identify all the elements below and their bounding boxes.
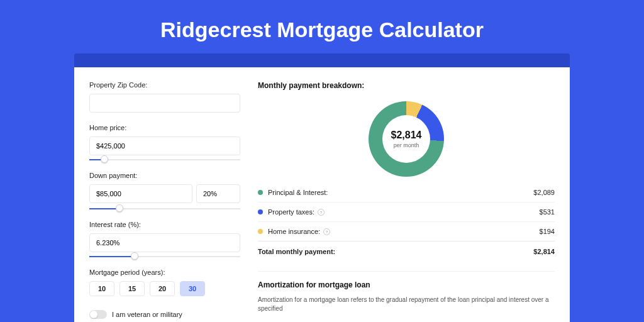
page-title: Ridgecrest Mortgage Calculator: [0, 0, 644, 53]
veteran-label: I am veteran or military: [112, 311, 182, 318]
breakdown-panel: Monthly payment breakdown: $2,814 per mo…: [258, 81, 555, 322]
total-row: Total monthly payment: $2,814: [258, 241, 555, 261]
breakdown-label: Home insurance:: [268, 228, 320, 235]
donut-chart: $2,814 per month: [369, 101, 444, 177]
price-group: Home price:: [89, 124, 240, 163]
price-input[interactable]: [89, 136, 240, 155]
period-group: Mortgage period (years): 10152030: [89, 269, 240, 296]
legend-dot: [258, 190, 263, 195]
breakdown-label: Property taxes:: [268, 208, 314, 216]
zip-label: Property Zip Code:: [89, 81, 240, 89]
breakdown-label: Principal & Interest:: [268, 189, 328, 196]
price-slider[interactable]: [89, 157, 240, 163]
period-button-15[interactable]: 15: [119, 281, 145, 296]
breakdown-row: Home insurance:?$194: [258, 221, 555, 241]
breakdown-row: Principal & Interest:$2,089: [258, 183, 555, 202]
amortization-section: Amortization for mortgage loan Amortizat…: [258, 271, 555, 313]
svg-text:?: ?: [326, 230, 328, 233]
zip-input[interactable]: [89, 94, 240, 113]
price-label: Home price:: [89, 124, 240, 131]
amortization-text: Amortization for a mortgage loan refers …: [258, 296, 555, 313]
amortization-title: Amortization for mortgage loan: [258, 280, 555, 289]
down-payment-pct-input[interactable]: [196, 184, 240, 203]
total-label: Total monthly payment:: [258, 248, 335, 255]
input-form: Property Zip Code: Home price: Down paym…: [89, 81, 240, 322]
svg-text:?: ?: [320, 210, 322, 214]
veteran-toggle[interactable]: [89, 310, 107, 319]
veteran-toggle-row: I am veteran or military: [89, 310, 240, 319]
donut-chart-wrap: $2,814 per month: [258, 96, 555, 183]
breakdown-value: $194: [540, 228, 555, 235]
calculator-panel: Property Zip Code: Home price: Down paym…: [74, 67, 570, 322]
period-button-10[interactable]: 10: [89, 281, 114, 296]
donut-sub: per month: [394, 142, 419, 148]
down-payment-slider[interactable]: [89, 206, 240, 212]
rate-label: Interest rate (%):: [89, 221, 240, 228]
breakdown-title: Monthly payment breakdown:: [258, 81, 555, 90]
info-icon[interactable]: ?: [323, 228, 330, 235]
donut-amount: $2,814: [391, 130, 422, 141]
period-button-30[interactable]: 30: [180, 281, 205, 296]
info-icon[interactable]: ?: [318, 209, 325, 216]
legend-dot: [258, 229, 263, 234]
period-label: Mortgage period (years):: [89, 269, 240, 276]
zip-group: Property Zip Code:: [89, 81, 240, 115]
breakdown-value: $2,089: [533, 189, 555, 196]
breakdown-value: $531: [540, 208, 555, 216]
down-payment-label: Down payment:: [89, 172, 240, 179]
rate-group: Interest rate (%):: [89, 221, 240, 260]
period-button-20[interactable]: 20: [150, 281, 175, 296]
rate-input[interactable]: [89, 233, 240, 252]
rate-slider[interactable]: [89, 253, 240, 260]
breakdown-row: Property taxes:?$531: [258, 202, 555, 221]
legend-dot: [258, 209, 263, 214]
total-value: $2,814: [533, 248, 555, 255]
down-payment-input[interactable]: [89, 184, 192, 203]
down-payment-group: Down payment:: [89, 172, 240, 212]
